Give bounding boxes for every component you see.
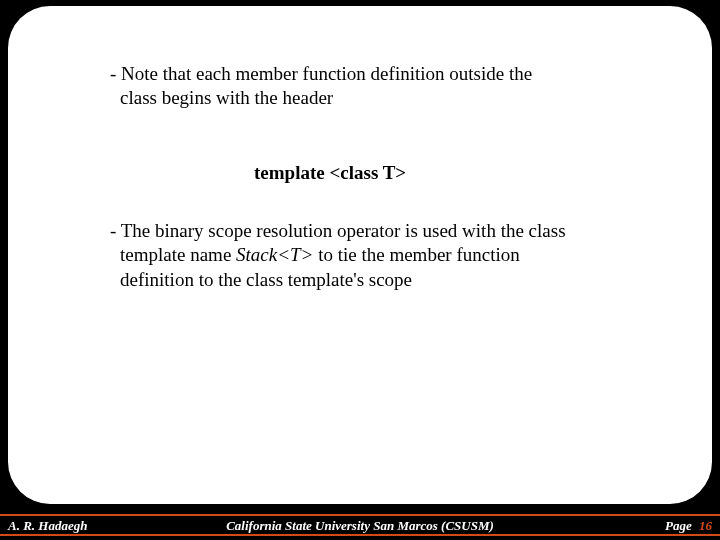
- footer: A. R. Hadaegh California State Universit…: [0, 510, 720, 540]
- footer-affiliation: California State University San Marcos (…: [0, 518, 720, 534]
- slide: - Note that each member function definit…: [0, 0, 720, 540]
- bullet-1-line-1: - Note that each member function definit…: [110, 63, 532, 84]
- bullet-2-line-1: - The binary scope resolution operator i…: [110, 220, 566, 241]
- bullet-1: - Note that each member function definit…: [92, 62, 652, 111]
- bullet-2-line-2-italic: Stack<T>: [236, 244, 313, 265]
- bullet-1-line-2: class begins with the header: [120, 87, 333, 108]
- footer-page-number: 16: [699, 518, 712, 533]
- bullet-2: - The binary scope resolution operator i…: [92, 219, 652, 292]
- slide-body: - Note that each member function definit…: [92, 62, 652, 292]
- footer-page-label: Page: [665, 518, 692, 533]
- bullet-2-line-3: definition to the class template's scope: [120, 269, 412, 290]
- footer-text: A. R. Hadaegh California State Universit…: [0, 516, 720, 538]
- footer-page: Page 16: [665, 518, 712, 534]
- bullet-2-line-2-pre: template name: [120, 244, 236, 265]
- template-header-code: template <class T>: [254, 161, 652, 185]
- content-panel: - Note that each member function definit…: [8, 6, 712, 504]
- bullet-2-line-2-post: to tie the member function: [313, 244, 519, 265]
